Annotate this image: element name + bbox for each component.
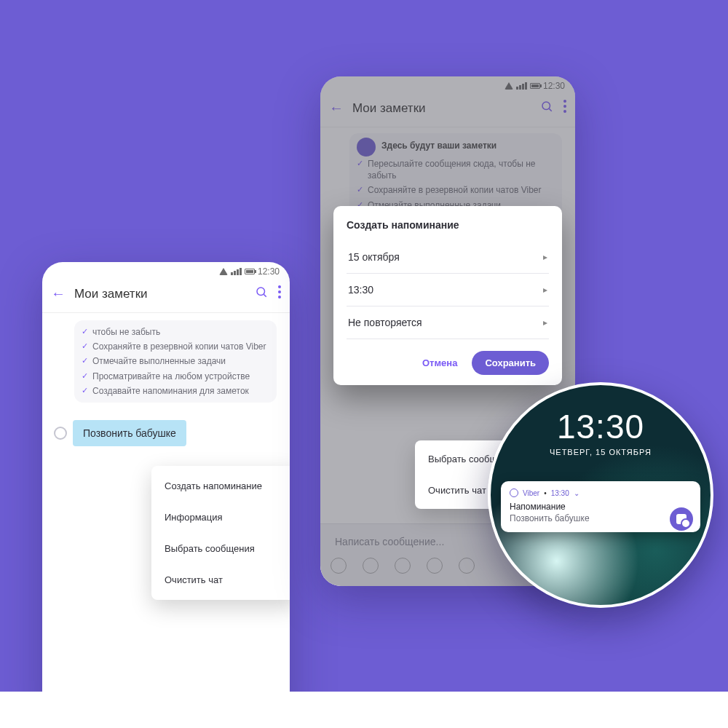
tips-heading: Здесь будут ваши заметки <box>381 141 496 151</box>
notification-app: Viber <box>523 489 539 497</box>
lockscreen-time: 13:30 <box>491 407 711 446</box>
check-icon: ✓ <box>82 355 88 366</box>
message-bubble[interactable]: Позвонить бабушке <box>73 420 186 446</box>
battery-icon <box>245 269 255 274</box>
save-button[interactable]: Сохранить <box>472 351 549 375</box>
page-edge <box>0 692 728 728</box>
svg-point-4 <box>278 296 281 298</box>
check-icon: ✓ <box>82 371 88 381</box>
notification-title: Напоминание <box>510 502 692 512</box>
search-icon[interactable] <box>540 100 553 116</box>
dot-separator: • <box>544 489 547 497</box>
attach-icon[interactable] <box>459 558 475 574</box>
svg-point-8 <box>563 105 566 108</box>
signal-icon <box>516 82 527 90</box>
sticker-icon[interactable] <box>331 558 347 574</box>
dialog-repeat-value: Не повторяется <box>348 317 422 328</box>
wifi-icon <box>219 268 228 275</box>
svg-point-2 <box>278 285 281 288</box>
page-title: Мои заметки <box>74 287 245 301</box>
lockscreen-preview: 13:30 ЧЕТВЕРГ, 15 ОКТЯБРЯ Viber • 13:30 … <box>488 382 713 608</box>
notification-body: Позвонить бабушке <box>510 513 692 523</box>
emoji-icon[interactable] <box>363 558 379 574</box>
more-icon[interactable] <box>563 100 566 116</box>
context-menu: Создать напоминание Информация Выбрать с… <box>151 466 290 600</box>
create-reminder-dialog: Создать напоминание 15 октября ▸ 13:30 ▸… <box>333 206 562 385</box>
dialog-row-date[interactable]: 15 октября ▸ <box>347 241 549 274</box>
check-icon: ✓ <box>82 341 88 352</box>
gif-icon[interactable] <box>427 558 443 574</box>
svg-point-9 <box>563 110 566 113</box>
status-time: 12:30 <box>543 81 565 91</box>
status-bar: 12:30 <box>42 262 290 278</box>
tips-card: Здесь будут ваши заметки ✓Пересылайте со… <box>349 133 562 217</box>
menu-item-info[interactable]: Информация <box>151 502 290 533</box>
tip-text: Сохраняйте в резервной копии чатов Viber <box>92 341 266 352</box>
app-bar: ← Мои заметки <box>320 92 575 127</box>
check-icon: ✓ <box>82 326 88 337</box>
dialog-actions: Отмена Сохранить <box>347 351 549 375</box>
menu-item-select-messages[interactable]: Выбрать сообщения <box>151 533 290 564</box>
camera-icon[interactable] <box>395 558 411 574</box>
tip-text: Просматривайте на любом устройстве <box>92 371 250 382</box>
menu-item-create-reminder[interactable]: Создать напоминание <box>151 470 290 502</box>
battery-icon <box>530 83 540 89</box>
back-icon[interactable]: ← <box>51 285 66 302</box>
notification-time: 13:30 <box>551 489 569 497</box>
svg-point-0 <box>257 288 265 296</box>
more-icon[interactable] <box>278 285 281 302</box>
chevron-down-icon: ⌄ <box>574 489 579 497</box>
check-icon: ✓ <box>357 158 363 169</box>
svg-point-7 <box>563 100 566 103</box>
menu-item-clear-chat[interactable]: Очистить чат <box>151 564 290 596</box>
svg-line-1 <box>264 294 266 296</box>
check-icon: ✓ <box>82 385 88 396</box>
reminder-icon <box>670 507 693 531</box>
search-icon[interactable] <box>255 285 268 302</box>
tip-text: чтобы не забыть <box>92 326 160 338</box>
back-icon[interactable]: ← <box>329 100 344 116</box>
svg-point-3 <box>278 290 281 293</box>
notification-card[interactable]: Viber • 13:30 ⌄ Напоминание Позвонить ба… <box>501 481 700 532</box>
cancel-button[interactable]: Отмена <box>418 352 462 374</box>
page-title: Мои заметки <box>352 101 530 116</box>
dialog-date-value: 15 октября <box>348 251 400 263</box>
dialog-title: Создать напоминание <box>347 219 549 231</box>
phone-left: 12:30 ← Мои заметки ✓чтобы не забыть ✓Со… <box>42 262 290 721</box>
signal-icon <box>231 268 242 275</box>
app-bar: ← Мои заметки <box>42 278 290 313</box>
tips-card: ✓чтобы не забыть ✓Сохраняйте в резервной… <box>74 320 277 403</box>
dialog-time-value: 13:30 <box>348 284 373 296</box>
tip-text: Отмечайте выполненные задачи <box>92 355 226 367</box>
message-row: Позвонить бабушке <box>54 420 278 446</box>
tip-text: Сохраняйте в резервной копии чатов Viber <box>368 184 541 196</box>
viber-icon <box>510 488 518 497</box>
status-bar: 12:30 <box>320 76 575 92</box>
status-time: 12:30 <box>258 266 280 277</box>
lockscreen-clock: 13:30 ЧЕТВЕРГ, 15 ОКТЯБРЯ <box>491 407 711 456</box>
chevron-right-icon: ▸ <box>543 317 547 328</box>
notification-meta: Viber • 13:30 ⌄ <box>510 488 692 497</box>
check-icon: ✓ <box>357 184 363 195</box>
notes-avatar-icon <box>357 138 376 157</box>
svg-line-6 <box>549 108 551 111</box>
wifi-icon <box>505 82 513 90</box>
chevron-right-icon: ▸ <box>543 285 547 295</box>
tip-text: Создавайте напоминания для заметок <box>92 385 249 397</box>
dialog-row-repeat[interactable]: Не повторяется ▸ <box>347 306 549 339</box>
svg-point-5 <box>542 102 550 110</box>
dialog-row-time[interactable]: 13:30 ▸ <box>347 274 549 306</box>
task-checkbox[interactable] <box>54 427 67 440</box>
tip-text: Пересылайте сообщения сюда, чтобы не заб… <box>368 158 555 181</box>
chevron-right-icon: ▸ <box>543 252 547 262</box>
lockscreen-date: ЧЕТВЕРГ, 15 ОКТЯБРЯ <box>491 448 711 456</box>
